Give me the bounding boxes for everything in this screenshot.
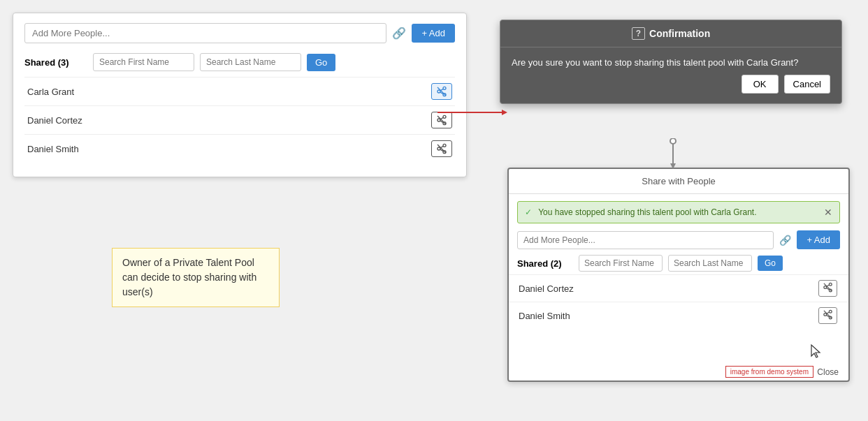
confirm-title: Confirmation <box>649 28 710 39</box>
svg-point-12 <box>443 144 446 147</box>
svg-point-29 <box>829 310 832 313</box>
success-message: You have stopped sharing this talent poo… <box>538 207 756 217</box>
share-panel-2: Share with People ✓ You have stopped sha… <box>507 168 850 382</box>
panel2-person-row-daniel-s: Daniel Smith <box>509 302 848 329</box>
person-row-daniel-c: Daniel Cortez <box>24 105 455 134</box>
person-row-daniel-s: Daniel Smith <box>24 134 455 163</box>
svg-point-20 <box>670 138 676 144</box>
panel2-unshare-daniel-c[interactable] <box>818 280 837 297</box>
svg-point-23 <box>829 283 832 286</box>
panel2-share-icon-daniel-s <box>823 309 833 320</box>
add-button-panel1[interactable]: + Add <box>412 24 455 43</box>
person-name-daniel-s: Daniel Smith <box>27 144 79 154</box>
add-people-input[interactable] <box>24 23 386 43</box>
link-icon: 🔗 <box>392 27 406 40</box>
question-icon: ? <box>632 27 645 40</box>
panel2-search-first-name[interactable] <box>579 255 663 272</box>
cursor-icon <box>809 344 823 361</box>
unshare-button-carla[interactable] <box>431 83 452 100</box>
arrow-connector <box>437 108 507 119</box>
confirm-header: ? Confirmation <box>500 20 841 47</box>
svg-line-5 <box>437 87 446 96</box>
panel2-add-input[interactable] <box>517 231 774 249</box>
panel2-share-icon-daniel-c <box>823 282 833 293</box>
svg-marker-19 <box>502 110 507 115</box>
svg-line-34 <box>824 311 832 318</box>
add-people-row: 🔗 + Add <box>24 23 455 43</box>
vert-arrow-connector <box>668 138 678 172</box>
confirm-body: Are you sure you want to stop sharing th… <box>500 47 841 75</box>
panel2-close-button[interactable]: Close <box>817 367 839 377</box>
svg-line-17 <box>437 145 446 153</box>
confirm-actions: OK Cancel <box>500 75 841 94</box>
success-check-icon: ✓ You have stopped sharing this talent p… <box>525 207 757 217</box>
panel2-shared-header: Shared (2) Go <box>517 255 840 272</box>
panel2-add-row: 🔗 + Add <box>517 230 840 249</box>
svg-point-30 <box>824 313 827 316</box>
svg-point-7 <box>437 119 440 121</box>
panel2-person-name-daniel-s: Daniel Smith <box>519 311 570 321</box>
search-last-name-panel1[interactable] <box>200 53 301 71</box>
image-watermark: image from demo system <box>725 366 813 378</box>
shared-label-panel1: Shared (3) <box>24 57 87 68</box>
panel2-header: Share with People <box>509 169 848 194</box>
ok-button[interactable]: OK <box>742 75 779 94</box>
person-name-daniel-c: Daniel Cortez <box>27 115 82 126</box>
svg-marker-22 <box>670 163 676 169</box>
search-first-name-panel1[interactable] <box>93 53 194 71</box>
panel2-search-last-name[interactable] <box>668 255 752 272</box>
share-icon-daniel-s <box>436 143 447 154</box>
cancel-button[interactable]: Cancel <box>784 75 830 94</box>
panel2-shared-label: Shared (2) <box>517 258 573 269</box>
person-row-carla: Carla Grant <box>24 77 455 105</box>
share-icon-carla <box>436 86 447 97</box>
svg-point-13 <box>437 147 440 150</box>
shared-header-panel1: Shared (3) Go <box>24 53 455 71</box>
share-panel-1: 🔗 + Add Shared (3) Go Carla Grant Daniel… <box>13 13 467 177</box>
panel2-unshare-daniel-s[interactable] <box>818 307 837 324</box>
panel2-go-button[interactable]: Go <box>758 256 783 271</box>
panel2-person-row-daniel-c: Daniel Cortez <box>509 274 848 302</box>
banner-close-button[interactable]: ✕ <box>824 207 832 218</box>
go-button-panel1[interactable]: Go <box>307 54 335 71</box>
panel2-person-name-daniel-c: Daniel Cortez <box>519 283 574 294</box>
confirmation-dialog: ? Confirmation Are you sure you want to … <box>500 20 842 104</box>
panel2-link-icon: 🔗 <box>779 235 791 246</box>
annotation-note: Owner of a Private Talent Pool can decid… <box>112 248 280 307</box>
svg-point-1 <box>437 90 440 93</box>
person-name-carla: Carla Grant <box>27 87 74 97</box>
panel2-add-button[interactable]: + Add <box>797 230 840 249</box>
success-banner: ✓ You have stopped sharing this talent p… <box>517 201 840 223</box>
svg-line-28 <box>824 283 832 291</box>
svg-point-24 <box>824 286 827 289</box>
unshare-button-daniel-s[interactable] <box>431 140 452 157</box>
svg-point-0 <box>443 87 446 89</box>
